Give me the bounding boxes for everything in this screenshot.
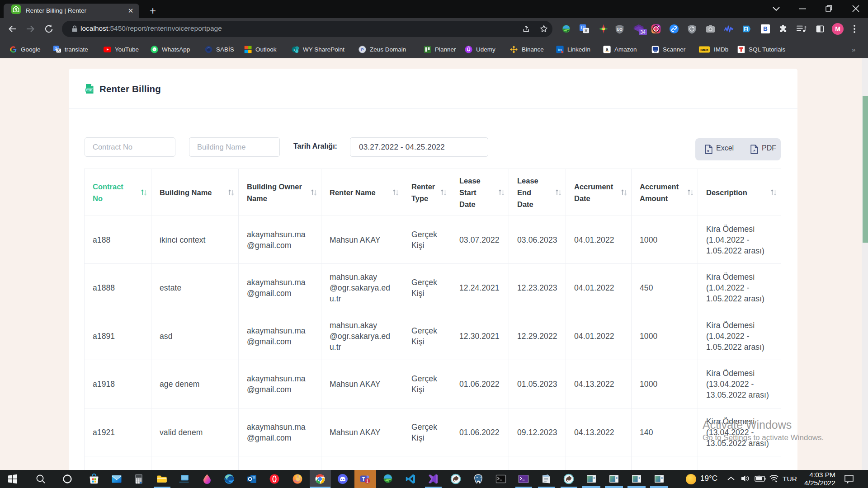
svg-text:s: s <box>294 47 296 52</box>
svg-text:IMDb: IMDb <box>700 48 708 52</box>
svg-text:UO: UO <box>617 27 623 32</box>
svg-text:P: P <box>361 47 363 52</box>
svg-text:FI: FI <box>744 26 748 32</box>
svg-text:x: x <box>707 148 710 153</box>
svg-text:1: 1 <box>366 479 368 484</box>
svg-text:PSD: PSD <box>86 89 93 92</box>
svg-text:in: in <box>558 47 562 52</box>
svg-text:a: a <box>606 46 609 51</box>
svg-text:T: T <box>362 476 365 482</box>
